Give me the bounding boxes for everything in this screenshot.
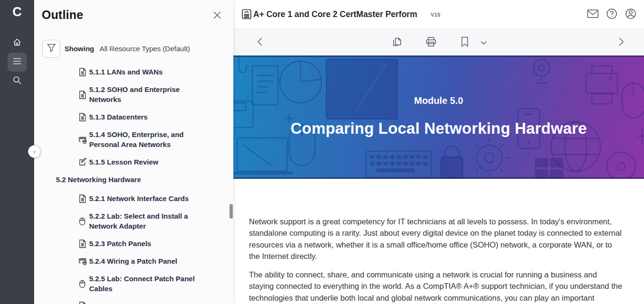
filter-button[interactable] xyxy=(42,40,60,58)
help-icon xyxy=(606,8,617,21)
document-icon xyxy=(79,91,87,99)
lab-mouse-icon xyxy=(79,280,87,288)
help-button[interactable] xyxy=(606,9,618,21)
print-icon xyxy=(425,36,437,49)
module-number: Module 5.0 xyxy=(233,95,644,106)
hero-tech-pattern xyxy=(233,55,644,179)
outline-item[interactable]: 5.2.1 Network Interface Cards xyxy=(79,193,226,203)
course-version: V15 xyxy=(431,12,441,18)
document-icon xyxy=(79,194,87,203)
document-icon xyxy=(79,302,87,304)
account-icon xyxy=(625,8,636,21)
copy-button[interactable] xyxy=(390,36,404,49)
document-icon xyxy=(79,68,87,76)
outline-item[interactable]: 5.1.2 SOHO and Enterprise Networks xyxy=(79,84,226,104)
main-area: A+ Core 1 and Core 2 CertMaster Perform … xyxy=(233,0,644,304)
panel-expand-button[interactable]: › xyxy=(28,145,41,158)
previous-page-button[interactable] xyxy=(253,36,267,49)
bookmark-icon xyxy=(460,37,469,49)
copy-icon xyxy=(392,36,402,49)
menu-icon xyxy=(13,58,21,66)
video-icon xyxy=(79,257,87,266)
paragraph: Network support is a great competency fo… xyxy=(249,216,624,262)
filter-icon xyxy=(47,44,56,54)
sidebar-item-search[interactable] xyxy=(8,72,27,91)
outline-item[interactable]: 5.1.3 Datacenters xyxy=(79,112,226,122)
outline-item[interactable]: 5.2.5 Lab: Connect Patch Panel Cables xyxy=(79,274,226,294)
app-header: A+ Core 1 and Core 2 CertMaster Perform … xyxy=(233,0,644,29)
home-icon xyxy=(12,37,22,49)
close-outline-button[interactable] xyxy=(211,9,224,23)
lesson-content: Network support is a great competency fo… xyxy=(249,216,624,304)
outline-item[interactable]: 5.2.4 Wiring a Patch Panel xyxy=(79,256,226,266)
lab-mouse-icon xyxy=(79,217,87,226)
mail-icon xyxy=(587,9,598,20)
module-title: Comparing Local Networking Hardware xyxy=(233,120,644,138)
sidebar-item-home[interactable] xyxy=(8,34,27,53)
outline-item[interactable]: 5.2.2 Lab: Select and Install a Network … xyxy=(79,211,226,231)
account-button[interactable] xyxy=(625,9,637,21)
paragraph: The ability to connect, share, and commu… xyxy=(249,269,624,304)
outline-section-header[interactable]: 5.2 Networking Hardware xyxy=(56,175,141,184)
chevron-left-icon xyxy=(257,37,263,48)
document-icon xyxy=(79,113,87,121)
sidebar-item-contents[interactable] xyxy=(8,53,27,72)
bookmark-menu-button[interactable] xyxy=(477,36,490,49)
module-hero-banner: Module 5.0 Comparing Local Networking Ha… xyxy=(233,55,644,179)
chevron-right-icon: › xyxy=(33,148,35,155)
filter-value[interactable]: All Resource Types (Default) xyxy=(100,45,190,53)
ebook-icon xyxy=(241,9,252,22)
messages-button[interactable] xyxy=(587,9,599,21)
close-icon xyxy=(213,11,221,21)
print-button[interactable] xyxy=(424,36,438,49)
outline-item[interactable]: 5.1.4 SOHO, Enterprise, and Personal Are… xyxy=(79,129,226,149)
bookmark-button[interactable] xyxy=(458,36,471,49)
reader-toolbar xyxy=(233,29,644,55)
document-icon xyxy=(79,240,87,248)
course-title: A+ Core 1 and Core 2 CertMaster Perform xyxy=(253,9,417,19)
outline-item[interactable]: 5.1.5 Lesson Review xyxy=(79,157,226,167)
edit-icon xyxy=(79,158,87,166)
filter-showing-label: Showing xyxy=(64,45,94,53)
comptia-logo: C xyxy=(0,5,34,19)
search-icon xyxy=(12,75,22,87)
outline-scrollbar-thumb[interactable] xyxy=(230,204,233,219)
chevron-down-icon xyxy=(480,38,487,47)
outline-title: Outline xyxy=(42,8,83,22)
outline-item[interactable]: 5.2.3 Patch Panels xyxy=(79,239,226,249)
outline-panel: Outline Showing All Resource Types (Defa… xyxy=(34,0,233,304)
next-page-button[interactable] xyxy=(615,36,628,49)
video-icon xyxy=(79,136,87,144)
outline-item[interactable]: 5.1.1 LANs and WANs xyxy=(79,67,226,77)
chevron-right-icon xyxy=(618,37,624,48)
